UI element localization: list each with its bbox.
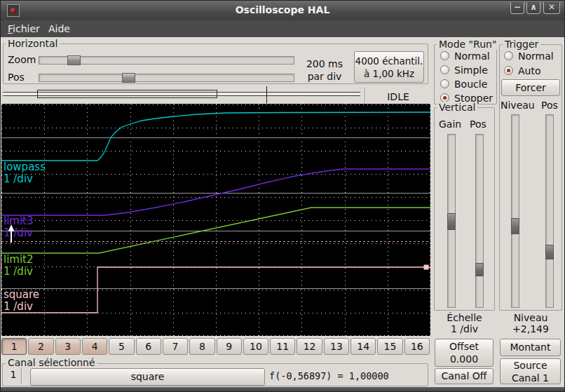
pos-label: Pos [8,72,25,83]
channel-button-12[interactable]: 12 [297,338,322,355]
channel-button-4[interactable]: 4 [82,338,107,355]
vertical-pos-slider[interactable] [475,134,484,308]
zoom-label: Zoom [8,54,36,65]
trigger-pos-label: Pos [541,100,558,111]
channel-button-2[interactable]: 2 [28,338,53,355]
horizontal-zoom-slider[interactable] [39,56,294,65]
trigger-auto-radio[interactable] [504,66,513,75]
channel-button-14[interactable]: 14 [350,338,376,355]
trigger-level-slider[interactable] [511,114,519,308]
mode-boucle-radio[interactable] [440,79,449,88]
waveform-plot [1,104,430,336]
echelle-value: 1 /div [434,323,495,334]
horizontal-zoom-handle[interactable] [67,55,81,65]
mode-boucle-label[interactable]: Boucle [454,79,487,90]
menu-bar: Fichier Aide [1,20,564,37]
vertical-group-label: Vertical [437,102,477,113]
selected-channel-number: 1 [6,369,20,380]
trigger-auto-label[interactable]: Auto [518,65,541,76]
minimize-button[interactable]: − [510,2,524,14]
title-bar[interactable]: Oscilloscope HAL − ∧ ✕ [1,1,564,20]
status-separator [365,88,366,103]
close-button[interactable]: ✕ [543,2,560,14]
app-window: Oscilloscope HAL − ∧ ✕ Fichier Aide Hori… [0,0,565,392]
mode-normal-radio[interactable] [440,51,449,60]
trigger-pos-handle[interactable] [545,245,554,259]
acquisition-status: IDLE [368,91,428,102]
maximize-button[interactable]: ∧ [526,2,540,14]
channel-button-5[interactable]: 5 [109,338,134,355]
horizontal-group-label: Horizontal [6,38,60,49]
forcer-button[interactable]: Forcer [501,79,560,96]
scope-display[interactable]: lowpass 1 /divlimit3 1 /divlimit2 1 /div… [1,104,430,336]
channel-button-13[interactable]: 13 [324,338,349,355]
vertical-pos-handle[interactable] [475,263,484,276]
channel-button-1[interactable]: 1 [1,338,27,355]
vertical-pos-label: Pos [470,119,486,130]
horizontal-pos-handle[interactable] [122,73,135,83]
montant-button[interactable]: Montant [500,339,561,356]
trace-label-limit3: limit3 1 /div [4,215,34,239]
gain-handle[interactable] [447,213,456,230]
window-bottom-border [1,387,564,392]
offset-button[interactable]: Offset 0.000 [435,339,493,367]
record-window-box[interactable] [37,90,217,98]
niveau-title: Niveau [499,312,562,323]
trace-label-lowpass: lowpass 1 /div [4,161,46,185]
trigger-level-handle[interactable] [511,218,519,234]
selected-channel-group-label: Canal sélectionné [6,357,97,368]
gain-label: Gain [439,119,461,130]
channel-name-button[interactable]: square [30,368,265,386]
channel-button-15[interactable]: 15 [377,338,402,355]
trace-label-limit2: limit2 1 /div [4,254,34,278]
timebase-value: 200 ms [302,58,347,69]
mode-simple-label[interactable]: Simple [454,65,488,76]
vertical-group [434,107,495,311]
channel-button-16[interactable]: 16 [404,338,430,355]
channel-button-row: 12345678910111213141516 [1,338,430,355]
record-trigger-mark [266,86,267,103]
timebase-unit: par div [302,71,347,82]
echelle-title: Échelle [434,312,495,323]
niveau-value: +2,149 [499,323,562,334]
canal-off-button[interactable]: Canal Off [435,368,493,384]
channel-number-separator [21,367,22,384]
channel-button-8[interactable]: 8 [189,338,215,355]
menu-fichier[interactable]: Fichier [8,20,40,37]
window-title: Oscilloscope HAL [1,4,564,15]
channel-button-10[interactable]: 10 [243,338,268,355]
function-readout: f(-0,56897) = 1,00000 [269,370,389,381]
channel-button-3[interactable]: 3 [55,338,81,355]
sample-rate-button[interactable]: 4000 échantil. à 1,00 kHz [354,51,424,83]
trigger-normal-label[interactable]: Normal [518,50,554,62]
end-of-data-marker [424,265,429,270]
mode-simple-radio[interactable] [440,65,449,74]
trigger-group-label: Trigger [503,39,540,50]
trigger-pos-slider[interactable] [545,114,554,308]
channel-button-7[interactable]: 7 [163,338,188,355]
trace-label-square: square 1 /div [4,289,39,313]
menu-aide[interactable]: Aide [48,20,70,37]
mode-normal-label[interactable]: Normal [454,50,490,62]
horizontal-pos-slider[interactable] [39,74,294,82]
source-button[interactable]: Source Canal 1 [500,358,561,384]
trigger-normal-radio[interactable] [504,51,513,60]
trace-lowpass [1,112,430,161]
trigger-niveau-label: Niveau [501,100,535,111]
channel-button-9[interactable]: 9 [217,338,242,355]
channel-button-6[interactable]: 6 [136,338,161,355]
channel-button-11[interactable]: 11 [270,338,295,355]
mode-run-group-label: Mode "Run" [437,39,498,50]
gain-slider[interactable] [447,134,456,308]
